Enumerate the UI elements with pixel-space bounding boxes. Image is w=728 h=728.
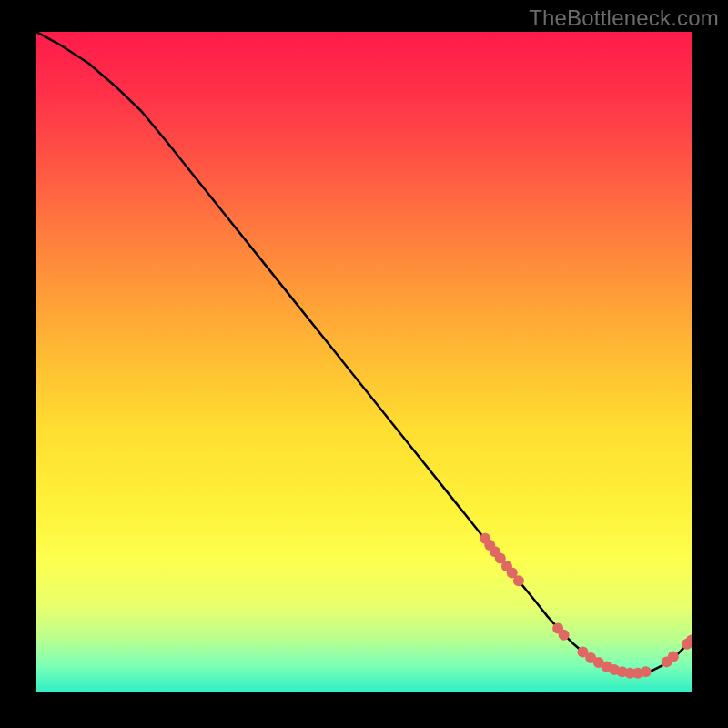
data-dot	[641, 666, 652, 677]
watermark-text: TheBottleneck.com	[529, 5, 719, 31]
data-dot	[668, 652, 679, 662]
chart-overlay	[36, 32, 692, 692]
data-dot	[559, 630, 570, 641]
data-dot	[513, 575, 524, 586]
plot-area	[36, 32, 692, 692]
bottleneck-curve	[36, 32, 692, 673]
chart-frame: TheBottleneck.com	[0, 0, 728, 728]
data-dots	[480, 533, 692, 679]
